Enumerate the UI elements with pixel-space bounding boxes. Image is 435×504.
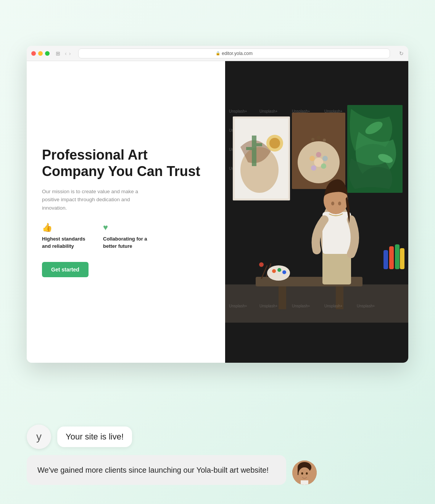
svg-point-40 [309,156,315,161]
url-text: editor.yola.com [222,51,253,56]
browser-window: ⊞ ‹ › 🔒 editor.yola.com ↻ Professional A… [27,46,408,363]
sidebar-toggle[interactable]: ⊞ [56,50,60,57]
svg-text:Unsplash+: Unsplash+ [229,304,247,308]
svg-point-62 [331,202,334,205]
svg-point-72 [298,467,311,481]
feature-standards: 👍 Highest standards and reliability [42,223,92,249]
maximize-button[interactable] [45,51,50,56]
svg-point-56 [277,268,281,272]
address-bar[interactable]: 🔒 editor.yola.com [78,48,390,58]
svg-point-57 [282,270,286,274]
traffic-lights [31,51,50,56]
yola-logo: y [27,425,51,449]
thumbs-up-icon: 👍 [42,223,92,233]
svg-point-41 [311,138,314,141]
svg-point-36 [316,152,321,157]
feature-standards-label: Highest standards and reliability [42,236,92,249]
svg-point-55 [272,269,276,273]
svg-point-74 [306,472,308,475]
svg-text:Unsplash+: Unsplash+ [324,304,343,308]
svg-point-37 [322,156,328,161]
browser-navigation: ‹ › [65,50,71,57]
svg-point-42 [317,136,321,139]
back-button[interactable]: ‹ [65,50,67,57]
reload-button[interactable]: ↻ [399,50,404,57]
right-panel: Unsplash+ Unsplash+ Unsplash+ Unsplash+ … [225,61,408,363]
svg-text:Unsplash+: Unsplash+ [259,304,278,308]
svg-point-54 [267,265,290,281]
user-avatar [292,460,317,485]
browser-content: Professional Art Company You Can Trust O… [27,61,408,363]
get-started-button[interactable]: Get started [42,262,89,277]
svg-rect-49 [400,248,404,269]
svg-rect-23 [279,286,286,309]
hero-description: Our mission is to create value and make … [42,187,149,212]
features-section: 👍 Highest standards and reliability ♥ Co… [42,223,210,249]
svg-point-73 [301,472,303,475]
svg-point-53 [259,262,264,267]
svg-rect-48 [395,244,400,269]
hero-title: Professional Art Company You Can Trust [42,147,210,179]
chat-bubble-testimonial: We've gained more clients since launchin… [27,455,286,485]
svg-rect-29 [246,147,252,150]
browser-titlebar: ⊞ ‹ › 🔒 editor.yola.com ↻ [27,46,408,61]
chat-row-1: y Your site is live! [27,425,408,449]
chat-row-2: We've gained more clients since launchin… [27,455,408,485]
svg-point-39 [311,165,316,171]
avatar-svg [292,460,317,485]
forward-button[interactable]: › [69,50,71,57]
chat-bubble-1-text: Your site is live! [66,432,124,441]
minimize-button[interactable] [38,51,43,56]
svg-point-32 [269,138,280,149]
svg-text:Unsplash+: Unsplash+ [292,304,310,308]
yola-logo-text: y [36,431,42,443]
svg-text:Unsplash+: Unsplash+ [259,109,278,113]
feature-collaborating: ♥ Collaborating for a better future [103,223,153,249]
art-studio-scene: Unsplash+ Unsplash+ Unsplash+ Unsplash+ … [225,61,408,363]
heart-icon: ♥ [103,223,153,233]
svg-rect-47 [389,246,394,269]
feature-collaborating-label: Collaborating for a better future [103,236,153,249]
svg-rect-75 [301,480,308,485]
chat-bubble-2-text: We've gained more clients since launchin… [37,466,269,474]
lock-icon: 🔒 [216,51,220,55]
svg-point-38 [321,163,326,169]
svg-text:Unsplash+: Unsplash+ [357,304,375,308]
svg-rect-21 [225,284,408,323]
svg-point-43 [323,139,326,142]
chat-bubble-site-live: Your site is live! [57,426,132,447]
svg-rect-50 [383,250,388,269]
svg-text:Unsplash+: Unsplash+ [229,109,247,113]
svg-rect-30 [256,143,262,146]
svg-point-63 [338,202,341,205]
chat-area: y Your site is live! We've gained more c… [27,425,408,485]
svg-rect-28 [252,136,256,166]
left-panel: Professional Art Company You Can Trust O… [27,61,225,363]
sidebar-icon: ⊞ [56,50,60,57]
close-button[interactable] [31,51,36,56]
